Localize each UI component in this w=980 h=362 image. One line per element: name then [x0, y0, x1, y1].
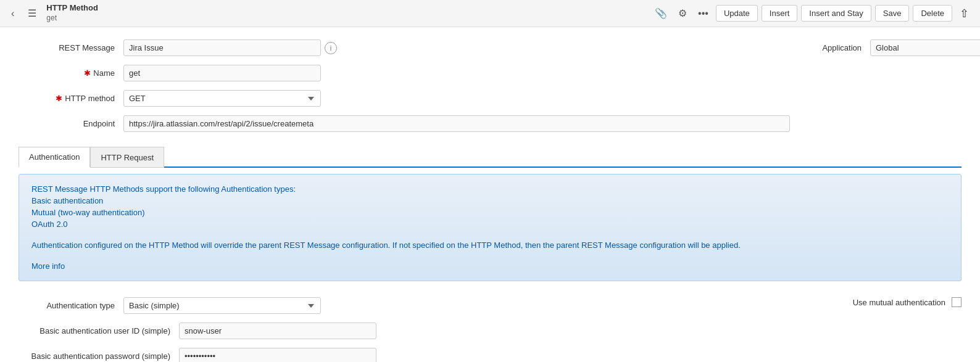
application-label: Application [790, 43, 870, 52]
header-title: HTTP Method get [46, 3, 98, 23]
name-row: ✱Name [19, 65, 790, 81]
use-mutual-label: Use mutual authentication [853, 298, 952, 307]
rest-message-label: REST Message [19, 43, 123, 52]
info-line2: Authentication configured on the HTTP Me… [31, 241, 949, 250]
endpoint-row: Endpoint [19, 115, 790, 132]
header-actions: 📎 ⚙ ••• Update Insert Insert and Stay Sa… [651, 5, 973, 22]
basic-user-id-row: Basic authentication user ID (simple) [19, 323, 961, 339]
back-button[interactable]: ‹ [7, 6, 18, 22]
application-row: Application i [790, 39, 980, 56]
info-link-mutual[interactable]: Mutual (two-way authentication) [31, 208, 145, 217]
basic-user-id-label: Basic authentication user ID (simple) [19, 326, 179, 335]
http-method-select[interactable]: GET POST PUT DELETE PATCH [123, 90, 321, 107]
http-method-row: ✱HTTP method GET POST PUT DELETE PATCH [19, 90, 790, 107]
auth-right-col: Use mutual authentication [828, 297, 961, 307]
info-line1: REST Message HTTP Methods support the fo… [31, 184, 949, 194]
settings-icon[interactable]: ⚙ [675, 5, 691, 22]
basic-password-input[interactable] [179, 348, 376, 362]
rest-message-input[interactable] [123, 39, 321, 56]
info-box: REST Message HTTP Methods support the fo… [19, 174, 961, 281]
info-link-oauth[interactable]: OAuth 2.0 [31, 220, 68, 229]
endpoint-input[interactable] [123, 115, 790, 132]
auth-top-row: Authentication type Basic (simple) Mutua… [19, 297, 961, 323]
update-button[interactable]: Update [716, 5, 758, 22]
name-label: ✱Name [19, 68, 123, 78]
auth-left-col: Authentication type Basic (simple) Mutua… [19, 297, 828, 323]
http-method-required-star: ✱ [56, 94, 62, 103]
save-button[interactable]: Save [875, 5, 910, 22]
use-mutual-checkbox[interactable] [952, 297, 961, 307]
insert-button[interactable]: Insert [762, 5, 798, 22]
form-left-col: REST Message i ✱Name ✱HTTP method GET PO… [19, 39, 790, 141]
rest-message-info-icon[interactable]: i [325, 42, 337, 54]
basic-user-id-input[interactable] [179, 323, 376, 339]
rest-message-row: REST Message i [19, 39, 790, 56]
auth-type-label: Authentication type [19, 301, 123, 310]
name-required-star: ✱ [84, 68, 91, 78]
tabs-container: Authentication HTTP Request [19, 147, 961, 168]
basic-password-label: Basic authentication password (simple) [19, 352, 179, 361]
auth-type-select[interactable]: Basic (simple) Mutual OAuth 2.0 No authe… [123, 297, 321, 314]
endpoint-label: Endpoint [19, 119, 123, 128]
page-title: HTTP Method [46, 3, 98, 14]
form-right-col: Application i [790, 39, 980, 56]
scroll-top-icon[interactable]: ⇧ [956, 6, 973, 22]
basic-password-row: Basic authentication password (simple) [19, 348, 961, 362]
auth-type-row: Authentication type Basic (simple) Mutua… [19, 297, 828, 314]
main-content: REST Message i ✱Name ✱HTTP method GET PO… [0, 27, 980, 362]
http-method-label: ✱HTTP method [19, 94, 123, 103]
auth-section: Authentication type Basic (simple) Mutua… [19, 291, 961, 362]
attachment-icon[interactable]: 📎 [651, 5, 671, 22]
menu-icon[interactable]: ☰ [24, 5, 40, 22]
header-left: ‹ ☰ HTTP Method get [7, 3, 651, 23]
application-input[interactable] [870, 39, 980, 56]
name-input[interactable] [123, 65, 321, 81]
info-more-link[interactable]: More info [31, 261, 65, 271]
header: ‹ ☰ HTTP Method get 📎 ⚙ ••• Update Inser… [0, 0, 980, 27]
insert-and-stay-button[interactable]: Insert and Stay [801, 5, 871, 22]
page-subtitle: get [46, 14, 98, 23]
form-top-row: REST Message i ✱Name ✱HTTP method GET PO… [19, 39, 961, 141]
tab-http-request[interactable]: HTTP Request [90, 147, 164, 168]
tab-authentication[interactable]: Authentication [19, 147, 90, 168]
delete-button[interactable]: Delete [913, 5, 952, 22]
more-options-icon[interactable]: ••• [694, 6, 712, 22]
info-link-basic[interactable]: Basic authentication [31, 196, 103, 205]
